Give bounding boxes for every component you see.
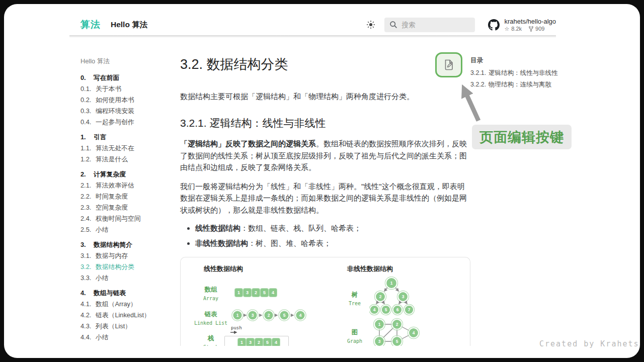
array-cell: 5 xyxy=(261,289,268,297)
github-repo-link[interactable]: krahets/hello-algo ☆ 8.2k 909 xyxy=(488,18,556,32)
page-title: 3.2. 数据结构分类 xyxy=(180,55,471,73)
tree-label: 树 Tree xyxy=(338,291,371,306)
svg-text:1: 1 xyxy=(378,322,381,327)
list-item: 线性数据结构：数组、链表、栈、队列、哈希表； xyxy=(195,223,471,233)
sidebar-item[interactable]: 4.2. 链表（LinkedList） xyxy=(80,312,174,318)
svg-text:5: 5 xyxy=(283,313,286,318)
sidebar-item[interactable]: 3.2. 数据结构分类 xyxy=(80,263,174,270)
sidebar-nav: Hello 算法 0. 写在前面 0.1. 关于本书 0.2. 如何使用本书 xyxy=(80,57,174,340)
repo-stats: ☆ 8.2k 909 xyxy=(504,26,556,32)
sidebar-item[interactable]: 2.2. 时间复杂度 xyxy=(80,193,174,200)
svg-text:2: 2 xyxy=(379,294,382,299)
edit-document-icon xyxy=(443,59,454,71)
figure-nonlinear-title: 非线性数据结构 xyxy=(347,264,393,274)
sidebar-site-title: Hello 算法 xyxy=(80,57,174,66)
sidebar-item[interactable]: 2.3. 空间复杂度 xyxy=(80,204,174,211)
figure-linear-title: 线性数据结构 xyxy=(204,264,243,274)
fork-count: 909 xyxy=(535,26,544,32)
sidebar-item[interactable]: 0.2. 如何使用本书 xyxy=(80,97,174,103)
svg-text:1: 1 xyxy=(236,313,239,318)
fork-icon xyxy=(529,26,533,32)
sidebar-item[interactable]: 0.3. 编程环境安装 xyxy=(80,108,174,114)
repo-name: krahets/hello-algo xyxy=(504,18,556,25)
site-logo[interactable]: 算法 xyxy=(80,18,101,31)
svg-text:1: 1 xyxy=(390,281,393,286)
list-item: 非线性数据结构：树、图、堆、哈希表； xyxy=(195,238,471,248)
sidebar-item[interactable]: 3. 数据结构简介 xyxy=(80,241,174,248)
graph-diagram: 1 2 3 5 4 xyxy=(369,317,421,346)
tree-diagram: 1 2 3 4 5 6 7 xyxy=(369,277,420,317)
sidebar-item[interactable]: 0. 写在前面 xyxy=(80,74,174,81)
svg-text:6: 6 xyxy=(396,307,399,312)
star-count: 8.2k xyxy=(511,26,522,32)
sidebar-item[interactable]: 4.3. 列表（List） xyxy=(80,323,174,329)
svg-text:3: 3 xyxy=(402,294,405,299)
paragraph-logical-structure: 「逻辑结构」反映了数据之间的逻辑关系。数组和链表的数据按照顺序依次排列，反映了数… xyxy=(180,138,471,173)
structure-list: 线性数据结构：数组、链表、栈、队列、哈希表； 非线性数据结构：树、图、堆、哈希表… xyxy=(180,223,471,248)
svg-text:3: 3 xyxy=(378,339,381,344)
sidebar-item[interactable]: 4.1. 数组（Array） xyxy=(80,301,174,307)
sidebar-item[interactable]: 3.1. 数据与内存 xyxy=(80,252,174,259)
array-diagram: 13254 xyxy=(235,289,277,297)
header: 算法 Hello 算法 xyxy=(69,13,556,36)
created-by-text: Created by Krahets xyxy=(539,339,639,348)
page-edit-button[interactable] xyxy=(435,52,462,77)
push-arrow-icon xyxy=(230,330,240,334)
stack-cell: 4 xyxy=(272,338,280,346)
toc-title: 目录 xyxy=(470,56,566,65)
header-divider xyxy=(69,35,556,38)
section-heading: 3.2.1. 逻辑结构：线性与非线性 xyxy=(180,116,471,130)
sidebar-item[interactable]: 2. 计算复杂度 xyxy=(80,171,174,177)
svg-text:4: 4 xyxy=(413,330,415,335)
push-label: push xyxy=(231,325,242,330)
stack-cell: 5 xyxy=(264,338,271,346)
svg-text:2: 2 xyxy=(396,322,398,327)
site-title: Hello 算法 xyxy=(111,20,147,30)
paragraph-linear-nonlinear: 我们一般将逻辑结构分为「线性」和「非线性」两种。"线性"这个概念很直观，即表明数… xyxy=(180,180,471,216)
sidebar-item[interactable]: 0.4. 一起参与创作 xyxy=(80,119,174,125)
sidebar-item[interactable]: 2.5. 小结 xyxy=(80,226,174,233)
array-cell: 4 xyxy=(269,289,277,297)
search-input[interactable] xyxy=(401,21,467,29)
sidebar-item[interactable]: 4.4. 小结 xyxy=(80,334,174,340)
svg-text:3: 3 xyxy=(252,313,254,318)
search-icon xyxy=(389,21,397,29)
array-label: 数组 Array xyxy=(190,286,232,301)
stack-cell: 3 xyxy=(247,338,254,346)
data-structure-figure: 线性数据结构 非线性数据结构 数组 Array 13254 链表 Linked … xyxy=(180,257,470,346)
sidebar-item[interactable]: 1. 引言 xyxy=(80,134,174,140)
svg-text:5: 5 xyxy=(396,339,398,344)
annotation-arrow xyxy=(455,78,487,127)
stack-cell: 2 xyxy=(255,338,263,346)
main-content: 3.2. 数据结构分类 数据结构主要可根据「逻辑结构」和「物理结构」两种角度进行… xyxy=(180,48,471,346)
github-icon xyxy=(488,19,500,31)
sidebar-item[interactable]: 1.2. 算法是什么 xyxy=(80,156,174,162)
sun-icon xyxy=(366,20,375,29)
toc-item[interactable]: 3.2.1. 逻辑结构：线性与非线性 xyxy=(470,70,566,76)
array-cell: 1 xyxy=(235,289,243,297)
annotation-label: 页面编辑按键 xyxy=(472,125,572,149)
browser-window: 算法 Hello 算法 xyxy=(4,4,640,358)
svg-text:4: 4 xyxy=(373,307,376,312)
search-box[interactable] xyxy=(384,18,475,32)
linked-list-diagram: 1 3 2 5 4 xyxy=(231,308,307,322)
stack-cell: 1 xyxy=(238,338,246,346)
svg-text:2: 2 xyxy=(268,313,270,318)
sidebar-item[interactable]: 4. 数组与链表 xyxy=(80,290,174,296)
svg-text:4: 4 xyxy=(299,313,302,318)
sidebar-item[interactable]: 1.1. 算法无处不在 xyxy=(80,145,174,151)
sidebar-item[interactable]: 0.1. 关于本书 xyxy=(80,85,174,92)
stack-diagram: 13254 xyxy=(224,336,289,346)
array-cell: 2 xyxy=(252,289,260,297)
svg-text:5: 5 xyxy=(385,307,387,312)
sidebar-item[interactable]: 2.4. 权衡时间与空间 xyxy=(80,215,174,222)
sidebar-item[interactable]: 2.1. 算法效率评估 xyxy=(80,182,174,189)
sidebar-item[interactable]: 3.3. 小结 xyxy=(80,275,174,281)
linked-list-label: 链表 Linked List xyxy=(184,310,238,326)
theme-toggle-button[interactable] xyxy=(364,18,377,31)
intro-paragraph: 数据结构主要可根据「逻辑结构」和「物理结构」两种角度进行分类。 xyxy=(180,90,471,102)
svg-text:7: 7 xyxy=(408,307,411,312)
star-icon: ☆ xyxy=(504,26,509,32)
graph-label: 图 Graph xyxy=(338,328,371,344)
array-cell: 3 xyxy=(244,289,251,297)
